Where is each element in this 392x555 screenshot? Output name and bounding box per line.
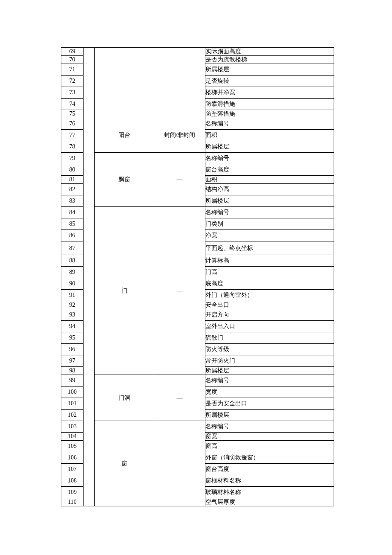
row-number: 70 [61, 56, 84, 64]
row-number: 101 [61, 398, 84, 410]
row-number: 105 [61, 441, 84, 452]
row-number: 87 [61, 241, 84, 255]
table-row: 103窗—名称编号 [61, 421, 334, 433]
row-number: 69 [61, 48, 84, 56]
attribute-cell: 面积 [205, 130, 334, 141]
attribute-cell: 是否旋转 [205, 76, 334, 87]
table-row: 99门洞—名称编号 [61, 375, 334, 386]
row-number: 79 [61, 153, 84, 164]
note-cell: — [154, 207, 205, 375]
category-cell: 窗 [95, 421, 154, 506]
attribute-cell: 名称编号 [205, 207, 334, 218]
row-number: 102 [61, 410, 84, 421]
category-cell: 阳台 [95, 118, 154, 153]
row-number: 74 [61, 99, 84, 110]
attribute-cell: 所属楼层 [205, 195, 334, 207]
attribute-cell: 门高 [205, 267, 334, 278]
attribute-cell: 开启方向 [205, 309, 334, 321]
row-number: 90 [61, 278, 84, 290]
row-number: 108 [61, 475, 84, 487]
row-number: 107 [61, 464, 84, 475]
attribute-cell: 防攀滑措施 [205, 99, 334, 110]
attribute-cell: 窗台高度 [205, 164, 334, 176]
row-number: 86 [61, 230, 84, 241]
row-number: 94 [61, 321, 84, 332]
row-number: 96 [61, 344, 84, 355]
attribute-cell: 计算标高 [205, 255, 334, 267]
row-number: 93 [61, 309, 84, 321]
attribute-cell: 门类别 [205, 218, 334, 230]
note-cell: — [154, 421, 205, 506]
row-number: 89 [61, 267, 84, 278]
category-cell: 门 [95, 207, 154, 375]
note-cell [154, 48, 205, 118]
row-number: 88 [61, 255, 84, 267]
attribute-cell: 名称编号 [205, 375, 334, 386]
attribute-cell: 名称编号 [205, 153, 334, 164]
spacer-column [84, 48, 95, 506]
row-number: 80 [61, 164, 84, 176]
table-row: 76阳台封闭/非封闭名称编号 [61, 118, 334, 130]
row-number: 98 [61, 367, 84, 375]
attribute-cell: 所属楼层 [205, 410, 334, 421]
attribute-cell: 面积 [205, 176, 334, 184]
attribute-cell: 所属楼层 [205, 367, 334, 375]
attribute-cell: 平面起、终点坐标 [205, 241, 334, 255]
row-number: 109 [61, 487, 84, 498]
attribute-cell: 是否为疏散楼梯 [205, 56, 334, 64]
row-number: 106 [61, 452, 84, 464]
attribute-cell: 硫散门 [205, 332, 334, 344]
row-number: 95 [61, 332, 84, 344]
attribute-cell: 楼梯井净宽 [205, 87, 334, 99]
row-number: 75 [61, 110, 84, 118]
row-number: 99 [61, 375, 84, 386]
attribute-cell: 所属楼层 [205, 141, 334, 153]
attribute-cell: 窗台高度 [205, 464, 334, 475]
attribute-cell: 外窗（消防救援窗） [205, 452, 334, 464]
attribute-cell: 防火等级 [205, 344, 334, 355]
attribute-cell: 常开防火门 [205, 355, 334, 367]
attribute-cell: 窗框材料名称 [205, 475, 334, 487]
row-number: 78 [61, 141, 84, 153]
row-number: 71 [61, 64, 84, 76]
row-number: 81 [61, 176, 84, 184]
attribute-cell: 所属楼层 [205, 64, 334, 76]
note-cell: 封闭/非封闭 [154, 118, 205, 153]
table-row: 69实际踢面高度 [61, 48, 334, 56]
row-number: 103 [61, 421, 84, 433]
attribute-cell: 名称编号 [205, 421, 334, 433]
category-cell: 飘窗 [95, 153, 154, 207]
attribute-cell: 玻璃材料名称 [205, 487, 334, 498]
attribute-cell: 宽度 [205, 386, 334, 398]
row-number: 91 [61, 290, 84, 301]
row-number: 85 [61, 218, 84, 230]
note-cell: — [154, 375, 205, 421]
attribute-cell: 防坠落措施 [205, 110, 334, 118]
table-row: 79飘窗—名称编号 [61, 153, 334, 164]
attribute-cell: 底高度 [205, 278, 334, 290]
attribute-cell: 结构净高 [205, 184, 334, 195]
row-number: 100 [61, 386, 84, 398]
table-row: 84门—名称编号 [61, 207, 334, 218]
attribute-cell: 是否为安全出口 [205, 398, 334, 410]
row-number: 92 [61, 301, 84, 309]
category-cell: 门洞 [95, 375, 154, 421]
attribute-cell: 窗宽 [205, 433, 334, 441]
category-cell [95, 48, 154, 118]
row-number: 110 [61, 498, 84, 506]
row-number: 84 [61, 207, 84, 218]
row-number: 72 [61, 76, 84, 87]
attribute-cell: 净宽 [205, 230, 334, 241]
note-cell: — [154, 153, 205, 207]
attribute-cell: 窗高 [205, 441, 334, 452]
attribute-table: 69实际踢面高度70是否为疏散楼梯71所属楼层72是否旋转73楼梯井净宽74防攀… [61, 47, 334, 506]
attribute-cell: 外门（通向室外） [205, 290, 334, 301]
row-number: 77 [61, 130, 84, 141]
attribute-cell: 实际踢面高度 [205, 48, 334, 56]
row-number: 82 [61, 184, 84, 195]
row-number: 97 [61, 355, 84, 367]
row-number: 73 [61, 87, 84, 99]
row-number: 104 [61, 433, 84, 441]
attribute-cell: 空气层厚度 [205, 498, 334, 506]
row-number: 83 [61, 195, 84, 207]
